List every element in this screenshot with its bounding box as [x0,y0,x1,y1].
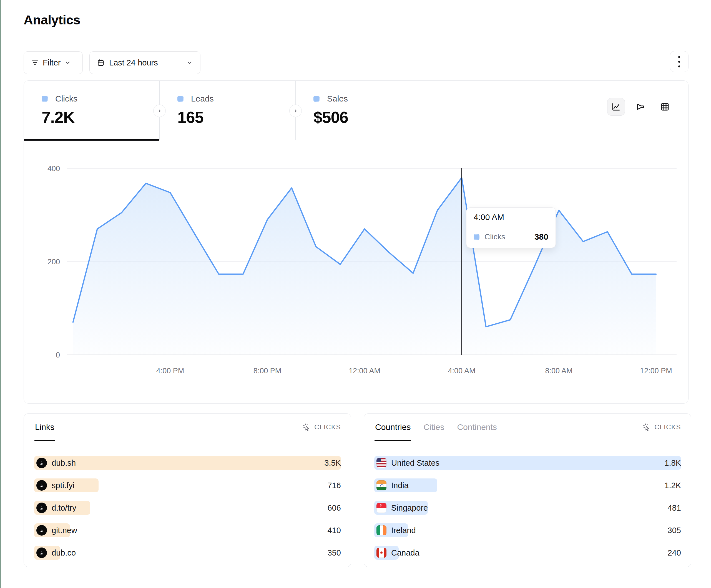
expand-clicks-leads-button[interactable] [153,105,166,117]
tab-links[interactable]: Links [35,413,55,441]
chart-tooltip: 4:00 AM Clicks 380 [466,207,556,248]
page-title: Analytics [24,12,80,27]
svg-text:200: 200 [47,258,60,266]
svg-text:12:00 PM: 12:00 PM [640,367,672,375]
link-row[interactable]: git.new410 [34,523,341,537]
sales-swatch-icon [314,96,320,102]
chart-type-switcher [607,98,674,116]
country-row[interactable]: India1.2K [374,478,681,492]
link-label: git.new [52,526,77,535]
country-label: United States [391,458,439,468]
flag-sg-icon [376,503,386,513]
link-label: dub.sh [52,458,76,468]
country-clicks-value: 1.8K [664,458,681,468]
link-value-bar [34,456,341,470]
clicks-swatch-icon [42,96,48,102]
country-label: Canada [391,548,419,558]
analytics-page: Analytics Filter Last 24 hours Clicks [0,0,711,588]
links-card-header: Links CLICKS [24,413,351,441]
svg-text:8:00 PM: 8:00 PM [254,367,281,375]
country-row[interactable]: Ireland305 [374,523,681,537]
cursor-click-icon [643,423,651,431]
stats-tab-bar: Clicks 7.2K Leads 165 Sales $506 [24,81,688,140]
links-list: dub.sh3.5Kspti.fyi716d.to/try606git.new4… [24,441,351,560]
dub-favicon-icon [36,480,47,491]
links-metric[interactable]: CLICKS [303,413,341,441]
expand-leads-sales-button[interactable] [289,105,302,117]
link-clicks-value: 716 [328,481,341,490]
flag-in-icon [376,480,386,490]
tab-continents[interactable]: Continents [457,413,497,441]
stat-value: 7.2K [42,108,159,127]
area-chart-canvas: 02004004:00 PM8:00 PM12:00 AM4:00 AM8:00… [24,140,688,403]
more-options-button[interactable] [670,51,689,72]
link-row[interactable]: spti.fyi716 [34,478,341,492]
clicks-area-chart[interactable]: 02004004:00 PM8:00 PM12:00 AM4:00 AM8:00… [24,140,688,403]
table-view-button[interactable] [656,98,674,116]
country-clicks-value: 481 [668,503,681,513]
country-clicks-value: 240 [668,548,681,558]
country-label: India [391,481,409,490]
countries-card: CountriesCitiesContinents CLICKS United … [364,413,691,567]
chevron-down-icon [64,59,71,66]
line-chart-view-button[interactable] [607,98,625,116]
filter-button[interactable]: Filter [24,51,83,74]
links-card: Links CLICKS dub.sh3.5Kspti.fyi716d.to/t… [24,413,351,567]
date-range-label: Last 24 hours [109,58,158,67]
leads-swatch-icon [177,96,184,102]
dub-favicon-icon [36,525,47,536]
funnel-view-button[interactable] [631,98,649,116]
link-clicks-value: 410 [328,526,341,535]
link-row[interactable]: dub.co350 [34,546,341,560]
country-clicks-value: 1.2K [664,481,681,490]
cursor-click-icon [303,423,311,431]
link-label: spti.fyi [52,481,74,490]
tab-countries[interactable]: Countries [375,413,411,441]
tooltip-value: 380 [534,232,548,242]
stat-label: Clicks [55,94,78,104]
page-edge-accent [0,0,1,588]
tab-leads[interactable]: Leads 165 [159,81,295,140]
dub-favicon-icon [36,458,47,468]
country-row[interactable]: Canada240 [374,546,681,560]
country-row[interactable]: Singapore481 [374,501,681,515]
dub-favicon-icon [36,502,47,513]
stat-value: 165 [177,108,295,127]
country-label: Singapore [391,503,428,513]
filter-button-label: Filter [43,58,61,67]
calendar-icon [97,59,105,67]
link-label: dub.co [52,548,76,558]
link-row[interactable]: dub.sh3.5K [34,456,341,470]
countries-list: United States1.8KIndia1.2KSingapore481Ir… [364,441,691,560]
svg-text:12:00 AM: 12:00 AM [349,367,380,375]
country-label: Ireland [391,526,416,535]
link-row[interactable]: d.to/try606 [34,501,341,515]
filter-icon [31,59,39,67]
tooltip-time: 4:00 AM [467,208,556,226]
svg-text:8:00 AM: 8:00 AM [545,367,573,375]
dub-favicon-icon [36,547,47,558]
svg-text:400: 400 [47,164,60,173]
link-clicks-value: 606 [328,503,341,513]
svg-text:0: 0 [56,351,60,359]
analytics-chart-card: Clicks 7.2K Leads 165 Sales $506 [24,81,689,404]
flag-us-icon [376,458,386,468]
svg-text:4:00 AM: 4:00 AM [448,367,475,375]
country-row[interactable]: United States1.8K [374,456,681,470]
country-clicks-value: 305 [668,526,681,535]
link-clicks-value: 350 [328,548,341,558]
flag-ie-icon [376,525,386,535]
flag-ca-icon [376,548,386,558]
date-range-button[interactable]: Last 24 hours [89,51,200,74]
tooltip-series-swatch-icon [474,234,479,240]
stat-label: Sales [327,94,348,104]
svg-text:4:00 PM: 4:00 PM [156,367,184,375]
link-label: d.to/try [52,503,76,513]
link-clicks-value: 3.5K [324,458,341,468]
countries-card-header: CountriesCitiesContinents CLICKS [364,413,691,441]
tab-cities[interactable]: Cities [423,413,444,441]
metric-label: CLICKS [654,423,681,431]
tab-clicks[interactable]: Clicks 7.2K [24,81,159,140]
chevron-down-icon [186,59,193,66]
countries-metric[interactable]: CLICKS [643,413,681,441]
